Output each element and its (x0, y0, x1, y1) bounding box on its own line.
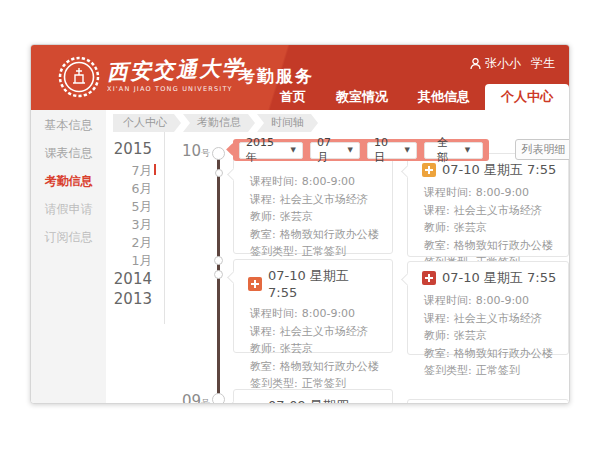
sidebar-item-timetable[interactable]: 课表信息 (31, 139, 106, 167)
sidebar-item-attendance[interactable]: 考勤信息 (31, 167, 106, 195)
day-dropdown[interactable]: 10日▼ (367, 142, 417, 159)
timeline-node-day09[interactable] (212, 393, 225, 404)
scale-year-2015[interactable]: 2015 (106, 140, 152, 158)
breadcrumb: 个人中心 考勤信息 时间轴 (113, 114, 320, 132)
scale-year-2013[interactable]: 2013 (106, 290, 152, 308)
current-month-marker (154, 164, 156, 175)
scale-year-2014[interactable]: 2014 (106, 270, 152, 288)
card-teacher: 教师:张芸京 (424, 327, 558, 345)
timeline-node-small-2 (214, 256, 223, 265)
day-label-09: 09号 (182, 391, 210, 404)
card-date-title: 07-10 星期五 7:55 (268, 267, 382, 300)
user-info[interactable]: 张小小 学生 (470, 55, 555, 72)
card-teacher: 教师:张芸京 (250, 208, 382, 226)
type-dropdown[interactable]: 全部▼ (424, 142, 483, 159)
chevron-down-icon: ▼ (465, 143, 470, 158)
attendance-card[interactable]: 07-09 星期四 7:55 (233, 389, 393, 404)
chevron-down-icon: ▼ (405, 143, 410, 158)
sidebar-item-leave-request[interactable]: 请假申请 (31, 195, 106, 223)
card-course: 课程:社会主义市场经济 (250, 191, 382, 209)
card-teacher: 教师:张芸京 (250, 340, 382, 358)
university-logo (58, 56, 100, 98)
app-window: 西安交通大学 XI'AN JIAO TONG UNIVERSITY 考勤服务 张… (30, 44, 570, 404)
attendance-card[interactable]: 07-10 星期五 7:55 课程时间:8:00-9:00 课程:社会主义市场经… (233, 259, 393, 353)
university-name: 西安交通大学 XI'AN JIAO TONG UNIVERSITY (107, 56, 245, 93)
university-name-en: XI'AN JIAO TONG UNIVERSITY (107, 85, 245, 93)
university-name-cn: 西安交通大学 (107, 54, 246, 87)
card-time: 课程时间:8:00-9:00 (424, 184, 558, 202)
main-nav: 首页 教室情况 其他信息 个人中心 (265, 84, 569, 110)
user-name: 张小小 (485, 55, 521, 72)
scale-month-6[interactable]: 6月 (106, 181, 152, 198)
scale-month-2[interactable]: 2月 (106, 235, 152, 252)
card-time: 课程时间:8:00-9:00 (424, 292, 558, 310)
nav-item-personal-center[interactable]: 个人中心 (485, 84, 569, 110)
card-teacher: 教师:张芸京 (424, 219, 558, 237)
attendance-card[interactable]: 07-10 星期五 7:55 课程时间:8:00-9:00 课程:社会主义市场经… (407, 153, 569, 257)
chevron-down-icon: ▼ (291, 143, 296, 158)
card-sign-type: 签到类型:正常签到 (250, 243, 382, 261)
sidebar: 基本信息 课表信息 考勤信息 请假申请 订阅信息 (31, 110, 106, 403)
card-sign-type: 签到类型:正常签到 (424, 362, 558, 380)
scale-month-3[interactable]: 3月 (106, 217, 152, 234)
user-icon (470, 58, 481, 70)
timeline-node-small-3 (214, 270, 223, 279)
chevron-down-icon: ▼ (348, 143, 353, 158)
signin-status-icon (422, 163, 436, 177)
scale-month-1[interactable]: 1月 (106, 253, 152, 270)
breadcrumb-attendance[interactable]: 考勤信息 (183, 114, 255, 132)
card-date-title: 07-09 星期四 7:55 (268, 397, 382, 404)
breadcrumb-personal-center[interactable]: 个人中心 (113, 114, 181, 132)
content-area: 个人中心 考勤信息 时间轴 2015 7月 6月 5月 3月 2月 1月 201… (106, 110, 569, 403)
card-time: 课程时间:8:00-9:00 (250, 173, 382, 191)
year-dropdown[interactable]: 2015年▼ (239, 142, 303, 159)
attendance-card[interactable]: 课程时间:8:00-9:00 课程:社会主义市场经济 教师:张芸京 教室:格物致… (233, 151, 393, 254)
breadcrumb-timeline[interactable]: 时间轴 (257, 114, 318, 132)
card-room: 教室:格物致知行政办公楼 (250, 226, 382, 244)
card-time: 课程时间:8:00-9:00 (250, 305, 382, 323)
card-date-title: 07-10 星期五 7:55 (442, 269, 556, 287)
attendance-card[interactable]: 07-10 星期五 7:55 课程时间:8:00-9:00 课程:社会主义市场经… (407, 261, 569, 355)
nav-item-home[interactable]: 首页 (265, 84, 321, 110)
card-course: 课程:社会主义市场经济 (250, 323, 382, 341)
sidebar-item-subscription[interactable]: 订阅信息 (31, 223, 106, 251)
sidebar-item-basic-info[interactable]: 基本信息 (31, 111, 106, 139)
signin-status-icon (248, 277, 262, 291)
card-room: 教室:格物致知行政办公楼 (250, 358, 382, 376)
month-dropdown[interactable]: 07月▼ (310, 142, 360, 159)
app-header: 西安交通大学 XI'AN JIAO TONG UNIVERSITY 考勤服务 张… (31, 45, 569, 110)
list-detail-button[interactable]: 列表明细 (515, 139, 570, 160)
timeline-node-small-1 (215, 169, 223, 177)
card-date-title: 07-10 星期五 7:55 (442, 161, 556, 179)
user-role: 学生 (531, 55, 555, 72)
card-room: 教室:格物致知行政办公楼 (424, 345, 558, 363)
scale-month-5[interactable]: 5月 (106, 199, 152, 216)
attendance-card[interactable] (407, 399, 569, 404)
card-course: 课程:社会主义市场经济 (424, 310, 558, 328)
nav-item-classrooms[interactable]: 教室情况 (321, 84, 403, 110)
day-label-10: 10号 (182, 141, 210, 160)
nav-item-other-info[interactable]: 其他信息 (403, 84, 485, 110)
scale-divider-line (164, 132, 165, 324)
timeline-node-day10[interactable] (212, 147, 225, 160)
filter-bar: 2015年▼ 07月▼ 10日▼ 全部▼ (233, 139, 489, 161)
scale-month-7[interactable]: 7月 (106, 163, 152, 180)
card-course: 课程:社会主义市场经济 (424, 202, 558, 220)
card-room: 教室:格物致知行政办公楼 (424, 237, 558, 255)
signin-status-icon (422, 271, 436, 285)
